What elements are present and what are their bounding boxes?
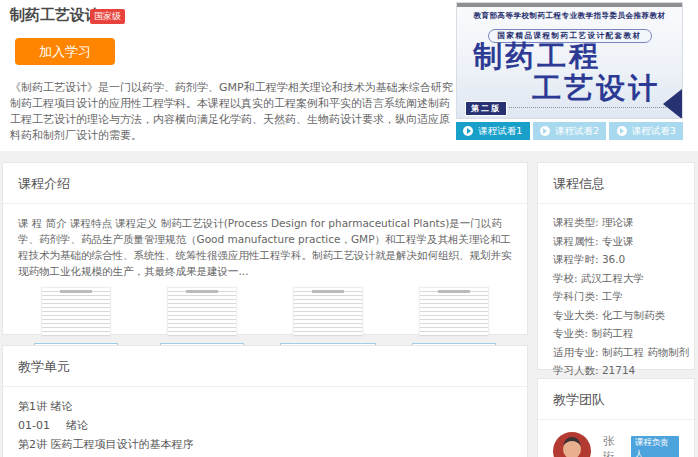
preview-button-3-label: 课程试看3 — [632, 125, 676, 138]
teaching-team-heading: 教学团队 — [538, 379, 694, 420]
preview-button-1[interactable]: 课程试看1 — [456, 122, 530, 140]
info-row-school: 学校: 武汉工程大学 — [553, 269, 679, 288]
course-info-heading: 课程信息 — [538, 163, 694, 204]
info-label: 课程类型: — [553, 216, 602, 228]
course-info-list: 课程类型: 理论课 课程属性: 专业课 课程学时: 36.0 学校: 武汉工程大… — [538, 204, 694, 407]
info-value: 制药工程 — [591, 327, 633, 339]
course-intro-heading: 课程介绍 — [3, 163, 527, 204]
cover-title-line2: 工艺设计 — [532, 69, 660, 109]
info-value: 制药工程 药物制剂 — [602, 346, 689, 358]
cover-top-strip — [457, 3, 682, 7]
join-course-button[interactable]: 加入学习 — [15, 38, 115, 65]
national-level-badge: 国家级 — [90, 9, 125, 24]
info-row-course-attr: 课程属性: 专业课 — [553, 232, 679, 251]
unit-title: 绪论 — [66, 419, 88, 432]
info-label: 学科门类: — [553, 290, 602, 302]
member-avatar-image — [553, 432, 591, 457]
doc-thumbnail-syllabus[interactable] — [41, 287, 111, 337]
info-value: 专业课 — [602, 235, 634, 247]
info-row-learner-count: 学习人数: 21714 — [553, 361, 679, 380]
info-row-course-hours: 课程学时: 36.0 — [553, 250, 679, 269]
edition-badge: 第二版 — [465, 101, 507, 116]
textbook-cover-image: 教育部高等学校制药工程专业教学指导委员会推荐教材 国家精品课程制药工艺设计配套教… — [456, 2, 683, 119]
unit-code: 01-01 — [18, 419, 50, 432]
info-row-major-category: 专业大类: 化工与制药类 — [553, 306, 679, 325]
preview-button-3[interactable]: 课程试看3 — [609, 122, 683, 140]
info-row-applicable-major: 适用专业: 制药工程 药物制剂 — [553, 343, 679, 362]
member-name-line: 张珩 课程负责人 — [603, 434, 679, 457]
cover-arrow-icon — [663, 89, 682, 119]
play-icon — [617, 126, 627, 136]
doc-thumbnail-calendar[interactable] — [167, 287, 237, 337]
info-row-course-type: 课程类型: 理论课 — [553, 213, 679, 232]
info-value: 工学 — [602, 290, 623, 302]
play-icon — [463, 126, 473, 136]
preview-button-1-label: 课程试看1 — [478, 125, 522, 138]
preview-button-2[interactable]: 课程试看2 — [533, 122, 607, 140]
course-description: 《制药工艺设计》是一门以药学、药剂学、GMP和工程学相关理论和技术为基础来综合研… — [10, 80, 454, 144]
doc-thumbnail-guide[interactable] — [419, 287, 489, 337]
course-page: 制药工艺设计 国家级 加入学习 《制药工艺设计》是一门以药学、药剂学、GMP和工… — [0, 0, 698, 457]
unit-lesson-01-01[interactable]: 01-01绪论 — [18, 416, 512, 435]
info-row-discipline: 学科门类: 工学 — [553, 287, 679, 306]
info-label: 适用专业: — [553, 346, 602, 358]
info-label: 学习人数: — [553, 364, 602, 376]
member-avatar[interactable] — [553, 432, 591, 457]
info-label: 课程属性: — [553, 235, 602, 247]
course-info-card: 课程信息 课程类型: 理论课 课程属性: 专业课 课程学时: 36.0 学校: … — [537, 162, 695, 370]
teaching-team-card: 教学团队 张珩 课程负责人 教授 — [537, 378, 695, 457]
course-leader-badge: 课程负责人 — [631, 436, 679, 457]
doc-thumbnail-assessment[interactable] — [293, 287, 363, 337]
info-value: 武汉工程大学 — [581, 272, 644, 284]
cover-dotted-line — [509, 107, 666, 108]
info-label: 学校: — [553, 272, 581, 284]
play-icon — [540, 126, 550, 136]
info-label: 专业大类: — [553, 309, 602, 321]
unit-chapter-2[interactable]: 第2讲 医药工程项目设计的基本程序 — [18, 435, 512, 454]
info-value: 36.0 — [602, 253, 625, 265]
teaching-units-heading: 教学单元 — [3, 346, 527, 387]
info-label: 课程学时: — [553, 253, 602, 265]
page-title: 制药工艺设计 — [10, 6, 100, 25]
teaching-units-card: 教学单元 第1讲 绪论 01-01绪论 第2讲 医药工程项目设计的基本程序 02… — [2, 345, 528, 457]
preview-button-2-label: 课程试看2 — [555, 125, 599, 138]
info-label: 专业类: — [553, 327, 591, 339]
unit-title: 第1讲 绪论 — [18, 400, 73, 413]
unit-title: 第2讲 医药工程项目设计的基本程序 — [18, 438, 194, 451]
course-intro-text: 课 程 简介 课程特点 课程定义 制药工艺设计(Process Design f… — [3, 204, 527, 279]
course-intro-card: 课程介绍 课 程 简介 课程特点 课程定义 制药工艺设计(Process Des… — [2, 162, 528, 335]
course-preview-buttons: 课程试看1 课程试看2 课程试看3 — [456, 122, 683, 140]
info-value: 化工与制药类 — [602, 309, 665, 321]
team-member-row: 张珩 课程负责人 教授 — [538, 420, 694, 457]
course-header: 制药工艺设计 国家级 加入学习 《制药工艺设计》是一门以药学、药剂学、GMP和工… — [0, 0, 698, 151]
info-value: 21714 — [602, 364, 635, 376]
member-info: 张珩 课程负责人 教授 — [603, 432, 679, 457]
info-value: 理论课 — [602, 216, 634, 228]
unit-chapter-1[interactable]: 第1讲 绪论 — [18, 397, 512, 416]
info-row-major-class: 专业类: 制药工程 — [553, 324, 679, 343]
unit-list: 第1讲 绪论 01-01绪论 第2讲 医药工程项目设计的基本程序 02-01医药… — [3, 387, 527, 457]
member-name[interactable]: 张珩 — [603, 434, 625, 457]
cover-recommend-line: 教育部高等学校制药工程专业教学指导委员会推荐教材 — [457, 11, 682, 21]
